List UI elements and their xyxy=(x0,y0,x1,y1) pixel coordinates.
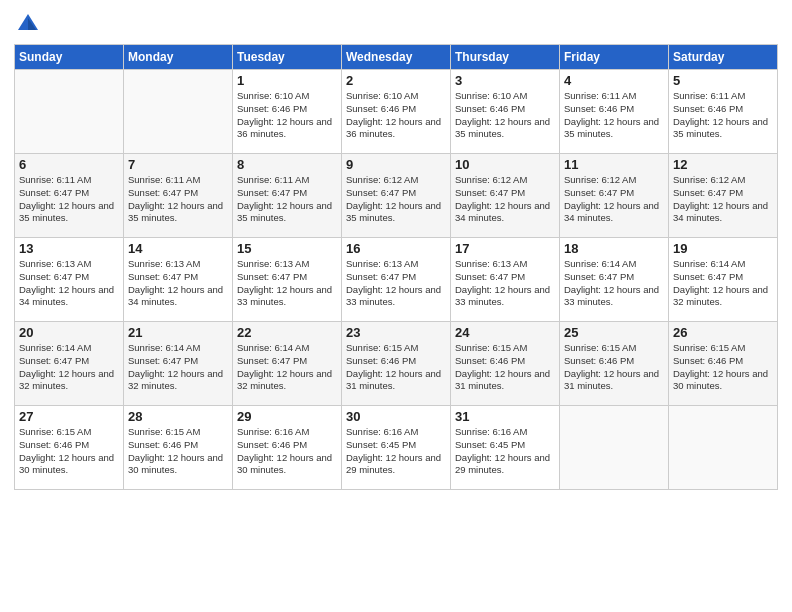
calendar-cell: 29Sunrise: 6:16 AM Sunset: 6:46 PM Dayli… xyxy=(233,406,342,490)
cell-info: Sunrise: 6:14 AM Sunset: 6:47 PM Dayligh… xyxy=(673,258,773,309)
calendar-cell: 27Sunrise: 6:15 AM Sunset: 6:46 PM Dayli… xyxy=(15,406,124,490)
day-number: 27 xyxy=(19,409,119,424)
calendar-cell: 4Sunrise: 6:11 AM Sunset: 6:46 PM Daylig… xyxy=(560,70,669,154)
header xyxy=(14,10,778,38)
day-number: 4 xyxy=(564,73,664,88)
day-header-tuesday: Tuesday xyxy=(233,45,342,70)
day-number: 2 xyxy=(346,73,446,88)
day-number: 30 xyxy=(346,409,446,424)
calendar-week-row: 6Sunrise: 6:11 AM Sunset: 6:47 PM Daylig… xyxy=(15,154,778,238)
calendar-cell: 18Sunrise: 6:14 AM Sunset: 6:47 PM Dayli… xyxy=(560,238,669,322)
calendar-cell xyxy=(560,406,669,490)
day-number: 12 xyxy=(673,157,773,172)
calendar-cell xyxy=(124,70,233,154)
calendar-cell: 25Sunrise: 6:15 AM Sunset: 6:46 PM Dayli… xyxy=(560,322,669,406)
calendar-week-row: 13Sunrise: 6:13 AM Sunset: 6:47 PM Dayli… xyxy=(15,238,778,322)
cell-info: Sunrise: 6:10 AM Sunset: 6:46 PM Dayligh… xyxy=(346,90,446,141)
day-number: 3 xyxy=(455,73,555,88)
calendar-cell: 21Sunrise: 6:14 AM Sunset: 6:47 PM Dayli… xyxy=(124,322,233,406)
cell-info: Sunrise: 6:14 AM Sunset: 6:47 PM Dayligh… xyxy=(19,342,119,393)
calendar-table: SundayMondayTuesdayWednesdayThursdayFrid… xyxy=(14,44,778,490)
calendar-cell: 14Sunrise: 6:13 AM Sunset: 6:47 PM Dayli… xyxy=(124,238,233,322)
cell-info: Sunrise: 6:15 AM Sunset: 6:46 PM Dayligh… xyxy=(455,342,555,393)
calendar-cell: 30Sunrise: 6:16 AM Sunset: 6:45 PM Dayli… xyxy=(342,406,451,490)
cell-info: Sunrise: 6:16 AM Sunset: 6:45 PM Dayligh… xyxy=(346,426,446,477)
cell-info: Sunrise: 6:11 AM Sunset: 6:46 PM Dayligh… xyxy=(673,90,773,141)
day-number: 18 xyxy=(564,241,664,256)
day-number: 25 xyxy=(564,325,664,340)
calendar-week-row: 1Sunrise: 6:10 AM Sunset: 6:46 PM Daylig… xyxy=(15,70,778,154)
cell-info: Sunrise: 6:13 AM Sunset: 6:47 PM Dayligh… xyxy=(128,258,228,309)
day-header-thursday: Thursday xyxy=(451,45,560,70)
cell-info: Sunrise: 6:13 AM Sunset: 6:47 PM Dayligh… xyxy=(237,258,337,309)
calendar-cell: 6Sunrise: 6:11 AM Sunset: 6:47 PM Daylig… xyxy=(15,154,124,238)
cell-info: Sunrise: 6:12 AM Sunset: 6:47 PM Dayligh… xyxy=(346,174,446,225)
cell-info: Sunrise: 6:13 AM Sunset: 6:47 PM Dayligh… xyxy=(19,258,119,309)
calendar-cell: 22Sunrise: 6:14 AM Sunset: 6:47 PM Dayli… xyxy=(233,322,342,406)
cell-info: Sunrise: 6:12 AM Sunset: 6:47 PM Dayligh… xyxy=(673,174,773,225)
calendar-cell: 9Sunrise: 6:12 AM Sunset: 6:47 PM Daylig… xyxy=(342,154,451,238)
calendar-cell xyxy=(669,406,778,490)
day-header-sunday: Sunday xyxy=(15,45,124,70)
calendar-header-row: SundayMondayTuesdayWednesdayThursdayFrid… xyxy=(15,45,778,70)
calendar-cell: 24Sunrise: 6:15 AM Sunset: 6:46 PM Dayli… xyxy=(451,322,560,406)
logo-icon xyxy=(14,10,42,38)
calendar-cell: 28Sunrise: 6:15 AM Sunset: 6:46 PM Dayli… xyxy=(124,406,233,490)
day-number: 14 xyxy=(128,241,228,256)
calendar-cell: 1Sunrise: 6:10 AM Sunset: 6:46 PM Daylig… xyxy=(233,70,342,154)
calendar-cell: 13Sunrise: 6:13 AM Sunset: 6:47 PM Dayli… xyxy=(15,238,124,322)
cell-info: Sunrise: 6:12 AM Sunset: 6:47 PM Dayligh… xyxy=(564,174,664,225)
cell-info: Sunrise: 6:12 AM Sunset: 6:47 PM Dayligh… xyxy=(455,174,555,225)
day-number: 11 xyxy=(564,157,664,172)
day-number: 5 xyxy=(673,73,773,88)
cell-info: Sunrise: 6:14 AM Sunset: 6:47 PM Dayligh… xyxy=(237,342,337,393)
day-header-monday: Monday xyxy=(124,45,233,70)
day-header-wednesday: Wednesday xyxy=(342,45,451,70)
day-header-friday: Friday xyxy=(560,45,669,70)
day-number: 23 xyxy=(346,325,446,340)
calendar-cell: 15Sunrise: 6:13 AM Sunset: 6:47 PM Dayli… xyxy=(233,238,342,322)
day-number: 20 xyxy=(19,325,119,340)
cell-info: Sunrise: 6:16 AM Sunset: 6:46 PM Dayligh… xyxy=(237,426,337,477)
calendar-cell: 7Sunrise: 6:11 AM Sunset: 6:47 PM Daylig… xyxy=(124,154,233,238)
logo xyxy=(14,10,46,38)
day-number: 13 xyxy=(19,241,119,256)
day-number: 16 xyxy=(346,241,446,256)
cell-info: Sunrise: 6:13 AM Sunset: 6:47 PM Dayligh… xyxy=(455,258,555,309)
cell-info: Sunrise: 6:15 AM Sunset: 6:46 PM Dayligh… xyxy=(564,342,664,393)
cell-info: Sunrise: 6:15 AM Sunset: 6:46 PM Dayligh… xyxy=(673,342,773,393)
day-number: 26 xyxy=(673,325,773,340)
day-number: 6 xyxy=(19,157,119,172)
cell-info: Sunrise: 6:11 AM Sunset: 6:46 PM Dayligh… xyxy=(564,90,664,141)
day-number: 10 xyxy=(455,157,555,172)
cell-info: Sunrise: 6:10 AM Sunset: 6:46 PM Dayligh… xyxy=(455,90,555,141)
calendar-cell: 3Sunrise: 6:10 AM Sunset: 6:46 PM Daylig… xyxy=(451,70,560,154)
calendar-cell xyxy=(15,70,124,154)
calendar-cell: 31Sunrise: 6:16 AM Sunset: 6:45 PM Dayli… xyxy=(451,406,560,490)
cell-info: Sunrise: 6:16 AM Sunset: 6:45 PM Dayligh… xyxy=(455,426,555,477)
calendar-cell: 11Sunrise: 6:12 AM Sunset: 6:47 PM Dayli… xyxy=(560,154,669,238)
day-number: 17 xyxy=(455,241,555,256)
page: SundayMondayTuesdayWednesdayThursdayFrid… xyxy=(0,0,792,612)
day-number: 7 xyxy=(128,157,228,172)
day-number: 1 xyxy=(237,73,337,88)
calendar-cell: 20Sunrise: 6:14 AM Sunset: 6:47 PM Dayli… xyxy=(15,322,124,406)
day-number: 9 xyxy=(346,157,446,172)
calendar-week-row: 20Sunrise: 6:14 AM Sunset: 6:47 PM Dayli… xyxy=(15,322,778,406)
day-number: 21 xyxy=(128,325,228,340)
calendar-cell: 16Sunrise: 6:13 AM Sunset: 6:47 PM Dayli… xyxy=(342,238,451,322)
day-number: 28 xyxy=(128,409,228,424)
cell-info: Sunrise: 6:15 AM Sunset: 6:46 PM Dayligh… xyxy=(19,426,119,477)
calendar-cell: 12Sunrise: 6:12 AM Sunset: 6:47 PM Dayli… xyxy=(669,154,778,238)
day-number: 19 xyxy=(673,241,773,256)
calendar-cell: 8Sunrise: 6:11 AM Sunset: 6:47 PM Daylig… xyxy=(233,154,342,238)
calendar-cell: 17Sunrise: 6:13 AM Sunset: 6:47 PM Dayli… xyxy=(451,238,560,322)
calendar-week-row: 27Sunrise: 6:15 AM Sunset: 6:46 PM Dayli… xyxy=(15,406,778,490)
cell-info: Sunrise: 6:11 AM Sunset: 6:47 PM Dayligh… xyxy=(237,174,337,225)
calendar-cell: 10Sunrise: 6:12 AM Sunset: 6:47 PM Dayli… xyxy=(451,154,560,238)
calendar-cell: 2Sunrise: 6:10 AM Sunset: 6:46 PM Daylig… xyxy=(342,70,451,154)
calendar-cell: 23Sunrise: 6:15 AM Sunset: 6:46 PM Dayli… xyxy=(342,322,451,406)
calendar-cell: 26Sunrise: 6:15 AM Sunset: 6:46 PM Dayli… xyxy=(669,322,778,406)
cell-info: Sunrise: 6:15 AM Sunset: 6:46 PM Dayligh… xyxy=(346,342,446,393)
cell-info: Sunrise: 6:11 AM Sunset: 6:47 PM Dayligh… xyxy=(19,174,119,225)
